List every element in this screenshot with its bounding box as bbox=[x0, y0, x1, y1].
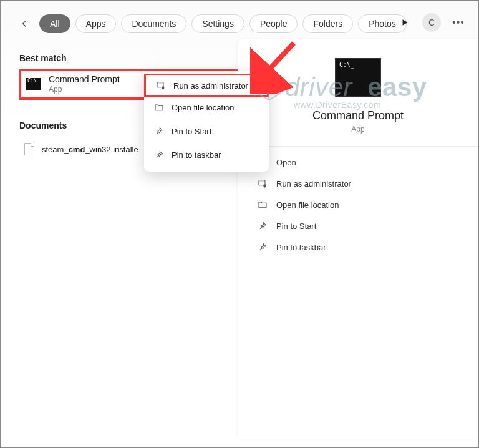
context-menu-item-run-as-administrator[interactable]: Run as administrator bbox=[144, 74, 269, 97]
details-subtitle: App bbox=[256, 125, 460, 134]
command-prompt-large-icon bbox=[335, 58, 381, 97]
scope-tab-documents[interactable]: Documents bbox=[121, 14, 186, 33]
details-action-open-file-location[interactable]: Open file location bbox=[256, 194, 460, 215]
back-button[interactable] bbox=[14, 14, 34, 34]
document-filename: steam_cmd_win32.installe bbox=[42, 145, 138, 154]
pin-icon bbox=[154, 150, 164, 160]
folder-icon bbox=[154, 102, 164, 112]
best-match-heading: Best match bbox=[19, 53, 239, 63]
context-menu-item-open-file-location[interactable]: Open file location bbox=[144, 95, 269, 119]
details-action-run-as-administrator[interactable]: Run as administrator bbox=[256, 173, 460, 194]
svg-rect-3 bbox=[259, 180, 265, 185]
context-menu-item-pin-to-start[interactable]: Pin to Start bbox=[144, 119, 269, 143]
admin-window-icon bbox=[156, 80, 166, 90]
play-button[interactable] bbox=[396, 14, 414, 31]
best-match-title: Command Prompt bbox=[49, 74, 120, 85]
best-match-subtitle: App bbox=[49, 85, 120, 94]
details-panel: Command Prompt App OpenRun as administra… bbox=[238, 39, 478, 439]
folder-icon bbox=[258, 200, 268, 210]
svg-rect-0 bbox=[157, 82, 163, 87]
details-action-pin-to-taskbar[interactable]: Pin to taskbar bbox=[256, 236, 460, 258]
scope-tab-settings[interactable]: Settings bbox=[191, 14, 244, 33]
pin-icon bbox=[258, 242, 268, 252]
context-menu-item-pin-to-taskbar[interactable]: Pin to taskbar bbox=[144, 143, 269, 167]
pin-icon bbox=[258, 221, 268, 231]
details-title: Command Prompt bbox=[256, 109, 460, 122]
admin-window-icon bbox=[258, 178, 268, 188]
pin-icon bbox=[154, 126, 164, 136]
scope-tab-apps[interactable]: Apps bbox=[75, 14, 117, 33]
scope-tab-folders[interactable]: Folders bbox=[302, 14, 353, 33]
scope-tab-people[interactable]: People bbox=[249, 14, 298, 33]
context-menu: Run as administratorOpen file locationPi… bbox=[144, 71, 269, 172]
separator bbox=[238, 146, 478, 147]
user-avatar[interactable]: C bbox=[422, 13, 441, 32]
more-button[interactable]: ••• bbox=[450, 14, 467, 31]
details-action-open[interactable]: Open bbox=[256, 152, 460, 173]
file-icon bbox=[24, 143, 34, 155]
command-prompt-icon bbox=[26, 78, 41, 90]
scope-tab-all[interactable]: All bbox=[39, 14, 70, 33]
details-action-pin-to-start[interactable]: Pin to Start bbox=[256, 215, 460, 236]
